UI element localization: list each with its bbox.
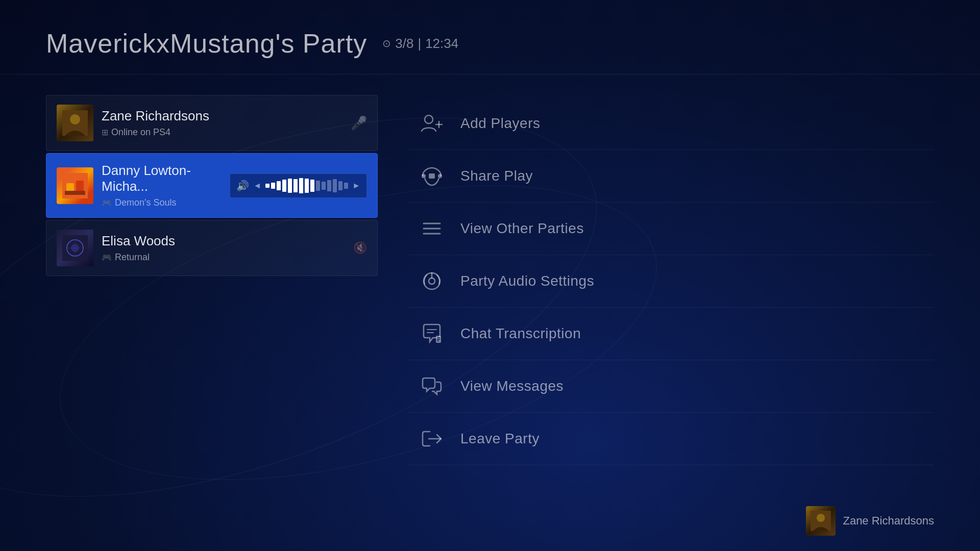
volume-icon: 🔊: [236, 180, 249, 192]
audio-settings-icon: [419, 268, 445, 294]
ps4-icon-zane: ⊞: [102, 128, 108, 137]
member-status-text-elisa: Returnal: [115, 252, 150, 263]
vol-bar-14: [338, 181, 342, 190]
member-action-zane: 🎤: [351, 115, 367, 131]
party-meta-icon: ⊙: [382, 37, 391, 49]
member-count: 3/8: [395, 36, 413, 52]
vol-bar-10: [316, 181, 320, 191]
bottom-user: Zane Richardsons: [806, 506, 934, 536]
leave-party-label: Leave Party: [460, 431, 540, 447]
member-info-danny: Danny Lowton-Micha... 🎮 Demon's Souls: [102, 163, 222, 208]
avatar-elisa: [57, 230, 93, 266]
header: MaverickxMustang's Party ⊙ 3/8 | 12:34: [0, 0, 980, 74]
vol-bar-4: [282, 180, 286, 192]
member-name-zane: Zane Richardsons: [102, 108, 342, 124]
share-play-icon: [419, 163, 445, 189]
menu-item-share-play[interactable]: Share Play: [408, 150, 934, 203]
svg-point-12: [422, 174, 426, 178]
bottom-avatar: [806, 506, 836, 536]
vol-bar-8: [305, 179, 309, 193]
view-other-parties-label: View Other Parties: [460, 220, 584, 237]
vol-bar-13: [333, 179, 337, 192]
messages-icon: [419, 373, 445, 399]
vol-bar-6: [293, 179, 298, 192]
member-status-danny: 🎮 Demon's Souls: [102, 197, 222, 208]
volume-bar-container: 🔊 ◄: [230, 173, 367, 198]
view-messages-label: View Messages: [460, 378, 564, 394]
svg-rect-5: [65, 191, 85, 195]
avatar-zane: [57, 105, 93, 141]
vol-bar-3: [277, 181, 281, 190]
menu-item-add-players[interactable]: Add Players: [408, 97, 934, 150]
vol-bar-7: [299, 178, 303, 193]
vol-bar-2: [271, 183, 275, 189]
member-info-elisa: Elisa Woods 🎮 Returnal: [102, 233, 345, 263]
leave-party-icon: [419, 425, 445, 452]
member-status-text-zane: Online on PS4: [111, 127, 170, 138]
main-area: Zane Richardsons ⊞ Online on PS4 🎤: [0, 80, 980, 481]
share-play-label: Share Play: [460, 168, 533, 184]
svg-point-19: [429, 278, 435, 284]
svg-rect-14: [429, 173, 435, 179]
party-audio-settings-label: Party Audio Settings: [460, 273, 594, 289]
menu-item-leave-party[interactable]: Leave Party: [408, 413, 934, 465]
add-player-icon: [419, 110, 445, 137]
vol-bar-9: [310, 180, 314, 192]
member-action-danny: 🔊 ◄: [230, 173, 367, 198]
avatar-danny: [57, 167, 93, 204]
bottom-username: Zane Richardsons: [843, 514, 934, 528]
member-info-zane: Zane Richardsons ⊞ Online on PS4: [102, 108, 342, 138]
chat-transcription-icon: [419, 320, 445, 347]
svg-point-1: [70, 114, 80, 124]
member-card-danny[interactable]: Danny Lowton-Micha... 🎮 Demon's Souls 🔊 …: [46, 153, 378, 218]
member-card-elisa[interactable]: Elisa Woods 🎮 Returnal 🔇: [46, 220, 378, 276]
vol-bar-5: [288, 179, 292, 193]
member-status-zane: ⊞ Online on PS4: [102, 127, 342, 138]
vol-right-arrow: ►: [352, 181, 360, 190]
member-status-elisa: 🎮 Returnal: [102, 252, 345, 263]
member-action-elisa: 🔇: [353, 241, 367, 255]
vol-left-arrow: ◄: [253, 181, 261, 190]
party-meta: ⊙ 3/8 | 12:34: [382, 36, 458, 52]
separator: |: [418, 36, 421, 52]
muted-icon-elisa: 🔇: [353, 241, 367, 254]
member-status-text-danny: Demon's Souls: [115, 197, 177, 208]
member-name-danny: Danny Lowton-Micha...: [102, 163, 222, 194]
mic-icon-zane: 🎤: [351, 115, 367, 131]
svg-point-13: [438, 174, 442, 178]
member-card-zane[interactable]: Zane Richardsons ⊞ Online on PS4 🎤: [46, 95, 378, 151]
vol-bar-11: [322, 182, 326, 190]
svg-point-9: [425, 115, 433, 123]
menu-panel: Add Players Share Play: [408, 95, 934, 465]
menu-item-party-audio-settings[interactable]: Party Audio Settings: [408, 255, 934, 308]
svg-point-28: [817, 514, 825, 522]
menu-item-chat-transcription[interactable]: Chat Transcription: [408, 308, 934, 360]
vol-bar-15: [344, 183, 348, 189]
member-name-elisa: Elisa Woods: [102, 233, 345, 249]
add-players-label: Add Players: [460, 115, 540, 132]
main-content: MaverickxMustang's Party ⊙ 3/8 | 12:34: [0, 0, 980, 551]
vol-bar-12: [327, 180, 331, 191]
game-icon-elisa: 🎮: [102, 253, 112, 262]
menu-item-view-messages[interactable]: View Messages: [408, 360, 934, 413]
view-parties-icon: [419, 215, 445, 242]
members-panel: Zane Richardsons ⊞ Online on PS4 🎤: [46, 95, 378, 465]
game-icon-danny: 🎮: [102, 198, 112, 208]
vol-bar-1: [265, 184, 270, 188]
chat-transcription-label: Chat Transcription: [460, 325, 581, 342]
menu-item-view-other-parties[interactable]: View Other Parties: [408, 203, 934, 255]
party-time: 12:34: [425, 36, 458, 52]
volume-bars: [265, 178, 348, 193]
party-title: MaverickxMustang's Party: [46, 28, 367, 59]
